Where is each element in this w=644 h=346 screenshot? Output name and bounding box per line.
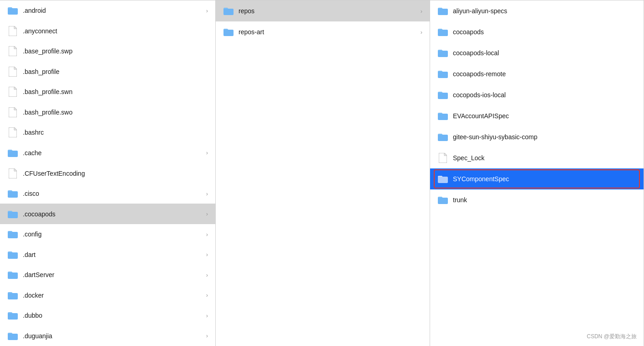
list-item-android[interactable]: .android› — [0, 0, 215, 21]
folder-icon — [7, 291, 18, 300]
item-label: .dubbo — [23, 312, 203, 319]
item-label: trunk — [453, 196, 636, 204]
list-item-cache[interactable]: .cache› — [0, 143, 215, 163]
chevron-icon: › — [206, 149, 208, 156]
list-item-CFUserTextEncoding[interactable]: .CFUserTextEncoding — [0, 163, 215, 183]
chevron-icon: › — [206, 272, 208, 278]
list-item-docker[interactable]: .docker› — [0, 285, 215, 305]
file-icon — [7, 108, 18, 117]
list-item-bashrc[interactable]: .bashrc — [0, 122, 215, 143]
item-label: EVAccountAPISpec — [453, 112, 636, 120]
folder-icon — [437, 48, 448, 58]
item-label: cocoapods-local — [453, 49, 636, 57]
list-item-bash_profile_swn[interactable]: .bash_profile.swn — [0, 82, 215, 102]
folder-icon — [437, 6, 448, 16]
watermark: CSDN @爱勤海之旅 — [587, 333, 637, 341]
folder-icon — [7, 6, 18, 15]
folder-icon — [7, 270, 18, 279]
item-label: .bash_profile.swo — [23, 109, 208, 116]
list-item-cocoapods[interactable]: .cocoapods› — [0, 204, 215, 224]
list-item-cocoapods-local[interactable]: cocoapods-local — [430, 42, 644, 63]
list-item-repos-art[interactable]: repos-art› — [216, 21, 430, 42]
file-icon — [7, 67, 18, 76]
item-label: .bashrc — [23, 129, 208, 136]
item-label: .cocoapods — [23, 210, 203, 218]
folder-icon — [437, 195, 448, 204]
folder-icon — [437, 69, 448, 79]
list-item-EVAccountAPISpec[interactable]: EVAccountAPISpec — [430, 105, 644, 126]
item-label: repos-art — [239, 28, 417, 36]
folder-icon — [437, 174, 448, 183]
item-label: .anyconnect — [23, 27, 208, 35]
list-item-cisco[interactable]: .cisco› — [0, 183, 215, 204]
item-label: cocoapods — [453, 28, 636, 36]
chevron-icon: › — [421, 8, 422, 15]
list-item-cocoapods[interactable]: cocoapods — [430, 21, 644, 42]
item-label: .cisco — [23, 190, 203, 197]
item-label: .duguanjia — [23, 332, 203, 340]
list-item-dart[interactable]: .dart› — [0, 244, 215, 265]
item-label: .config — [23, 231, 203, 238]
list-item-dubbo[interactable]: .dubbo› — [0, 305, 215, 326]
item-label: aliyun-aliyun-specs — [453, 7, 636, 15]
folder-icon — [7, 311, 18, 320]
list-item-gitee-sun-shiyu-sybasic-comp[interactable]: gitee-sun-shiyu-sybasic-comp — [430, 126, 644, 147]
list-item-duguanjia[interactable]: .duguanjia› — [0, 326, 215, 346]
folder-icon — [437, 90, 448, 100]
file-icon — [7, 128, 18, 137]
list-item-cocopods-ios-local[interactable]: cocopods-ios-local — [430, 84, 644, 105]
folder-icon — [7, 331, 18, 341]
folder-icon — [437, 111, 448, 121]
item-label: .dart — [23, 251, 203, 258]
folder-icon — [7, 148, 18, 157]
item-label: .CFUserTextEncoding — [23, 170, 208, 177]
folder-icon — [7, 189, 18, 198]
chevron-icon: › — [206, 332, 208, 339]
folder-icon — [7, 230, 18, 239]
folder-icon — [223, 6, 234, 16]
chevron-icon: › — [206, 7, 208, 14]
chevron-icon: › — [206, 210, 208, 217]
list-item-dartServer[interactable]: .dartServer› — [0, 265, 215, 285]
column-2: repos› repos-art› — [216, 0, 430, 346]
item-label: cocopods-ios-local — [453, 91, 636, 99]
item-label: .android — [23, 7, 203, 14]
folder-icon — [7, 210, 18, 219]
list-item-cocoapods-remote[interactable]: cocoapods-remote — [430, 63, 644, 84]
list-item-SYComponentSpec[interactable]: SYComponentSpec — [430, 168, 644, 189]
list-item-trunk[interactable]: trunk — [430, 189, 644, 210]
item-label: gitee-sun-shiyu-sybasic-comp — [453, 133, 636, 141]
item-label: .cache — [23, 149, 203, 157]
chevron-icon: › — [206, 292, 208, 299]
chevron-icon: › — [206, 251, 208, 258]
list-item-repos[interactable]: repos› — [216, 0, 430, 21]
list-item-bash_profile_swo[interactable]: .bash_profile.swo — [0, 102, 215, 123]
item-label: cocoapods-remote — [453, 70, 636, 78]
folder-icon — [437, 27, 448, 37]
column-1: .android› .anyconnect .base_profile.swp … — [0, 0, 216, 346]
list-item-base_profile_swp[interactable]: .base_profile.swp — [0, 41, 215, 62]
folder-icon — [437, 132, 448, 142]
chevron-icon: › — [206, 231, 208, 238]
finder-window: .android› .anyconnect .base_profile.swp … — [0, 0, 644, 346]
list-item-config[interactable]: .config› — [0, 224, 215, 245]
list-item-anyconnect[interactable]: .anyconnect — [0, 21, 215, 42]
list-item-bash_profile[interactable]: .bash_profile — [0, 62, 215, 82]
chevron-icon: › — [206, 312, 208, 319]
item-label: .bash_profile.swn — [23, 88, 208, 95]
chevron-icon: › — [206, 190, 208, 197]
folder-icon — [223, 27, 234, 37]
file-icon — [7, 47, 18, 56]
list-item-Spec_Lock[interactable]: Spec_Lock — [430, 147, 644, 168]
item-label: SYComponentSpec — [453, 175, 636, 183]
list-item-aliyun-aliyun-specs[interactable]: aliyun-aliyun-specs — [430, 0, 644, 21]
file-icon — [437, 153, 448, 163]
item-label: .docker — [23, 292, 203, 299]
chevron-icon: › — [421, 29, 422, 36]
file-icon — [7, 87, 18, 96]
item-label: .dartServer — [23, 271, 203, 278]
file-icon — [7, 26, 18, 36]
item-label: .bash_profile — [23, 68, 208, 75]
folder-icon — [7, 250, 18, 259]
column-3: aliyun-aliyun-specs cocoapods cocoapods-… — [430, 0, 644, 346]
